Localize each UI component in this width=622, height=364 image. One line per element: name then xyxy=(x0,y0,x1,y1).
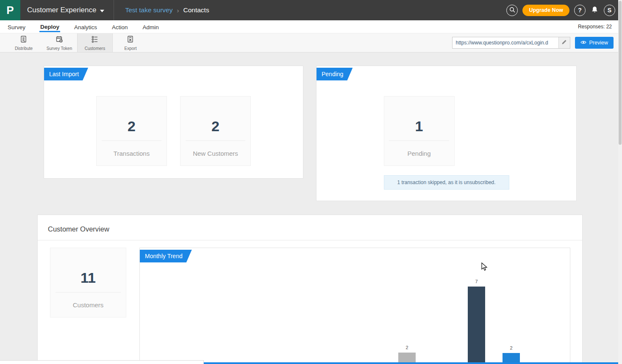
tab-survey[interactable]: Survey xyxy=(7,22,26,31)
help-button[interactable]: ? xyxy=(574,5,586,16)
toolbar-item-label: Distribute xyxy=(15,46,33,51)
deploy-toolbar: Distribute Survey Token Customers xyxy=(0,33,622,52)
pending-card: Pending 1 Pending 1 transaction skipped,… xyxy=(316,66,577,201)
breadcrumb-survey-link[interactable]: Test take survey xyxy=(125,6,172,14)
import-cards-row: Last Import 2 Transactions 2 New Custome… xyxy=(44,66,622,201)
pending-stats: 1 Pending 1 transaction skipped, as it i… xyxy=(384,96,509,190)
customers-stat: 11 Customers xyxy=(50,248,126,317)
export-excel-icon xyxy=(126,35,135,45)
last-import-card: Last Import 2 Transactions 2 New Custome… xyxy=(44,66,303,179)
skipped-transaction-notice: 1 transaction skipped, as it is unsubscr… xyxy=(384,175,509,190)
stat-label: Customers xyxy=(50,292,126,317)
toolbar-item-export[interactable]: Export xyxy=(113,33,148,52)
top-bar: P Customer Experience Test take survey ›… xyxy=(0,0,622,20)
bar-value-label: 2 xyxy=(398,345,416,350)
chevron-down-icon xyxy=(100,6,104,14)
tab-deploy[interactable]: Deploy xyxy=(39,22,60,32)
avatar-initial: S xyxy=(608,7,611,14)
user-avatar[interactable]: S xyxy=(604,5,615,16)
preview-button[interactable]: Preview xyxy=(575,37,614,49)
search-icon xyxy=(509,7,515,14)
responses-count: Responses: 22 xyxy=(578,24,612,30)
logo-letter: P xyxy=(6,4,14,17)
customer-overview-title: Customer Overview xyxy=(38,215,582,240)
upgrade-now-button[interactable]: Upgrade Now xyxy=(522,5,569,16)
stat-value: 2 xyxy=(97,97,167,141)
survey-url-input[interactable] xyxy=(453,37,558,48)
stat-label: Pending xyxy=(384,141,454,165)
main-nav: Survey Deploy Analytics Action Admin Res… xyxy=(0,20,622,33)
breadcrumb: Test take survey › Contacts xyxy=(114,0,209,20)
topbar-actions: Upgrade Now ? S xyxy=(506,5,622,16)
page-bottom-panel xyxy=(0,360,204,364)
bar-value-label: 2 xyxy=(503,345,520,350)
tab-analytics[interactable]: Analytics xyxy=(73,22,98,31)
monthly-trend-chart: Monthly Trend 2 7 2 xyxy=(139,248,570,364)
survey-url-field xyxy=(452,37,570,49)
questionpro-logo[interactable]: P xyxy=(0,0,20,20)
product-title: Customer Experience xyxy=(27,6,96,14)
notifications-button[interactable] xyxy=(590,6,599,15)
new-customers-stat: 2 New Customers xyxy=(180,96,251,166)
stat-label: Transactions xyxy=(97,141,167,165)
stat-value: 11 xyxy=(50,248,126,292)
last-import-stats: 2 Transactions 2 New Customers xyxy=(44,66,303,166)
product-switcher[interactable]: Customer Experience xyxy=(20,0,114,20)
bar-value-label: 7 xyxy=(468,279,485,284)
edit-url-button[interactable] xyxy=(558,37,570,48)
monthly-trend-ribbon: Monthly Trend xyxy=(140,250,192,262)
toolbar-item-label: Survey Token xyxy=(47,46,72,51)
pencil-icon xyxy=(561,39,567,46)
page-content: Last Import 2 Transactions 2 New Custome… xyxy=(0,52,622,364)
survey-token-icon xyxy=(55,35,64,45)
toolbar-item-survey-token[interactable]: Survey Token xyxy=(42,33,77,52)
stat-label: New Customers xyxy=(180,141,250,165)
transactions-stat: 2 Transactions xyxy=(96,96,167,166)
question-mark-icon: ? xyxy=(578,7,582,14)
breadcrumb-current: Contacts xyxy=(183,6,209,14)
tab-action[interactable]: Action xyxy=(111,22,129,31)
breadcrumb-separator: › xyxy=(177,7,179,14)
customer-overview-body: 11 Customers Monthly Trend 2 7 2 xyxy=(38,240,582,364)
scrollbar-thumb[interactable] xyxy=(619,1,622,145)
bottom-blue-line xyxy=(204,362,618,364)
tab-admin[interactable]: Admin xyxy=(142,22,160,31)
pending-stat: 1 Pending xyxy=(384,96,455,166)
pending-ribbon: Pending xyxy=(317,68,353,80)
toolbar-item-label: Export xyxy=(125,46,137,51)
toolbar-item-customers[interactable]: Customers xyxy=(77,33,113,52)
stat-value: 2 xyxy=(180,97,250,141)
stat-value: 1 xyxy=(384,97,454,141)
toolbar-item-distribute[interactable]: Distribute xyxy=(6,33,42,52)
search-button[interactable] xyxy=(506,5,518,16)
eye-icon xyxy=(580,40,586,46)
last-import-ribbon: Last Import xyxy=(44,68,88,80)
vertical-scrollbar[interactable] xyxy=(618,0,622,364)
preview-label: Preview xyxy=(589,40,608,46)
toolbar-right: Preview xyxy=(452,33,622,52)
toolbar-item-label: Customers xyxy=(85,46,105,51)
chart-bar-2 xyxy=(468,287,485,364)
bell-icon xyxy=(591,6,598,15)
distribute-icon xyxy=(19,35,28,45)
customer-overview-card: Customer Overview 11 Customers Monthly T… xyxy=(37,215,583,364)
customers-icon xyxy=(91,35,99,45)
